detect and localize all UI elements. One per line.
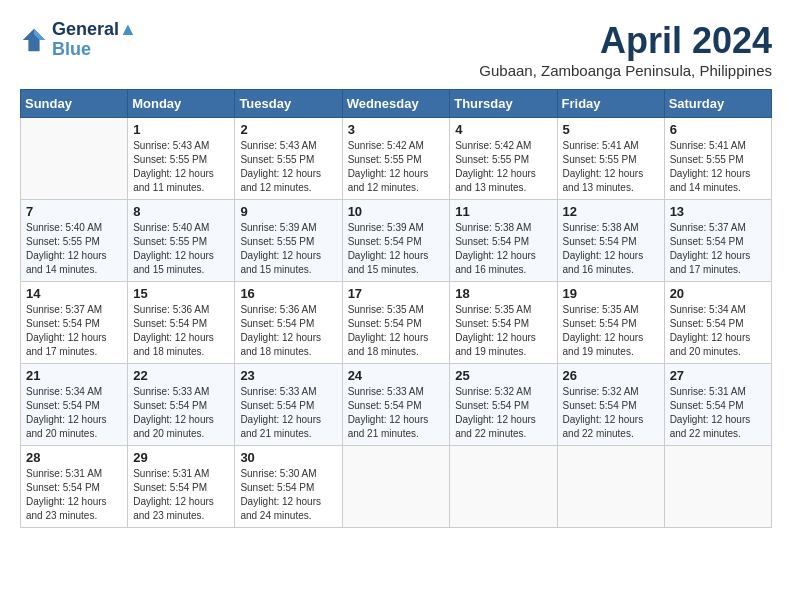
day-info: Sunrise: 5:41 AMSunset: 5:55 PMDaylight:… (563, 139, 659, 195)
day-number: 30 (240, 450, 336, 465)
day-number: 1 (133, 122, 229, 137)
day-number: 25 (455, 368, 551, 383)
day-info: Sunrise: 5:35 AMSunset: 5:54 PMDaylight:… (348, 303, 445, 359)
calendar-cell: 28Sunrise: 5:31 AMSunset: 5:54 PMDayligh… (21, 446, 128, 528)
day-info: Sunrise: 5:42 AMSunset: 5:55 PMDaylight:… (455, 139, 551, 195)
calendar-cell (21, 118, 128, 200)
day-number: 28 (26, 450, 122, 465)
day-number: 19 (563, 286, 659, 301)
day-number: 13 (670, 204, 766, 219)
calendar-cell: 15Sunrise: 5:36 AMSunset: 5:54 PMDayligh… (128, 282, 235, 364)
day-info: Sunrise: 5:39 AMSunset: 5:55 PMDaylight:… (240, 221, 336, 277)
day-number: 11 (455, 204, 551, 219)
logo-text: General▲ Blue (52, 20, 137, 60)
day-info: Sunrise: 5:37 AMSunset: 5:54 PMDaylight:… (26, 303, 122, 359)
calendar-body: 1Sunrise: 5:43 AMSunset: 5:55 PMDaylight… (21, 118, 772, 528)
weekday-header-monday: Monday (128, 90, 235, 118)
calendar-cell: 8Sunrise: 5:40 AMSunset: 5:55 PMDaylight… (128, 200, 235, 282)
day-number: 22 (133, 368, 229, 383)
calendar-cell (342, 446, 450, 528)
location-subtitle: Gubaan, Zamboanga Peninsula, Philippines (479, 62, 772, 79)
calendar-cell: 16Sunrise: 5:36 AMSunset: 5:54 PMDayligh… (235, 282, 342, 364)
calendar-cell: 17Sunrise: 5:35 AMSunset: 5:54 PMDayligh… (342, 282, 450, 364)
calendar-cell: 21Sunrise: 5:34 AMSunset: 5:54 PMDayligh… (21, 364, 128, 446)
calendar-cell: 23Sunrise: 5:33 AMSunset: 5:54 PMDayligh… (235, 364, 342, 446)
calendar-cell: 11Sunrise: 5:38 AMSunset: 5:54 PMDayligh… (450, 200, 557, 282)
day-info: Sunrise: 5:34 AMSunset: 5:54 PMDaylight:… (670, 303, 766, 359)
day-info: Sunrise: 5:43 AMSunset: 5:55 PMDaylight:… (240, 139, 336, 195)
day-info: Sunrise: 5:35 AMSunset: 5:54 PMDaylight:… (563, 303, 659, 359)
day-number: 2 (240, 122, 336, 137)
calendar-cell: 18Sunrise: 5:35 AMSunset: 5:54 PMDayligh… (450, 282, 557, 364)
weekday-header-thursday: Thursday (450, 90, 557, 118)
weekday-header-saturday: Saturday (664, 90, 771, 118)
day-info: Sunrise: 5:41 AMSunset: 5:55 PMDaylight:… (670, 139, 766, 195)
weekday-header-friday: Friday (557, 90, 664, 118)
calendar-cell: 12Sunrise: 5:38 AMSunset: 5:54 PMDayligh… (557, 200, 664, 282)
day-number: 27 (670, 368, 766, 383)
day-number: 7 (26, 204, 122, 219)
calendar-cell: 26Sunrise: 5:32 AMSunset: 5:54 PMDayligh… (557, 364, 664, 446)
calendar-cell: 27Sunrise: 5:31 AMSunset: 5:54 PMDayligh… (664, 364, 771, 446)
day-number: 17 (348, 286, 445, 301)
day-number: 21 (26, 368, 122, 383)
calendar-week-row: 21Sunrise: 5:34 AMSunset: 5:54 PMDayligh… (21, 364, 772, 446)
day-number: 8 (133, 204, 229, 219)
day-info: Sunrise: 5:32 AMSunset: 5:54 PMDaylight:… (563, 385, 659, 441)
calendar-week-row: 7Sunrise: 5:40 AMSunset: 5:55 PMDaylight… (21, 200, 772, 282)
day-number: 14 (26, 286, 122, 301)
day-number: 18 (455, 286, 551, 301)
calendar-cell: 20Sunrise: 5:34 AMSunset: 5:54 PMDayligh… (664, 282, 771, 364)
calendar-week-row: 1Sunrise: 5:43 AMSunset: 5:55 PMDaylight… (21, 118, 772, 200)
calendar-table: SundayMondayTuesdayWednesdayThursdayFrid… (20, 89, 772, 528)
day-info: Sunrise: 5:35 AMSunset: 5:54 PMDaylight:… (455, 303, 551, 359)
calendar-cell: 24Sunrise: 5:33 AMSunset: 5:54 PMDayligh… (342, 364, 450, 446)
calendar-cell: 5Sunrise: 5:41 AMSunset: 5:55 PMDaylight… (557, 118, 664, 200)
day-info: Sunrise: 5:36 AMSunset: 5:54 PMDaylight:… (133, 303, 229, 359)
day-info: Sunrise: 5:40 AMSunset: 5:55 PMDaylight:… (26, 221, 122, 277)
calendar-cell: 13Sunrise: 5:37 AMSunset: 5:54 PMDayligh… (664, 200, 771, 282)
calendar-cell (557, 446, 664, 528)
calendar-cell: 10Sunrise: 5:39 AMSunset: 5:54 PMDayligh… (342, 200, 450, 282)
day-number: 20 (670, 286, 766, 301)
day-info: Sunrise: 5:33 AMSunset: 5:54 PMDaylight:… (348, 385, 445, 441)
logo-icon (20, 26, 48, 54)
calendar-cell: 30Sunrise: 5:30 AMSunset: 5:54 PMDayligh… (235, 446, 342, 528)
day-info: Sunrise: 5:30 AMSunset: 5:54 PMDaylight:… (240, 467, 336, 523)
calendar-cell (450, 446, 557, 528)
calendar-cell: 19Sunrise: 5:35 AMSunset: 5:54 PMDayligh… (557, 282, 664, 364)
day-info: Sunrise: 5:31 AMSunset: 5:54 PMDaylight:… (26, 467, 122, 523)
day-number: 15 (133, 286, 229, 301)
calendar-week-row: 14Sunrise: 5:37 AMSunset: 5:54 PMDayligh… (21, 282, 772, 364)
calendar-cell: 6Sunrise: 5:41 AMSunset: 5:55 PMDaylight… (664, 118, 771, 200)
day-info: Sunrise: 5:34 AMSunset: 5:54 PMDaylight:… (26, 385, 122, 441)
day-number: 24 (348, 368, 445, 383)
calendar-cell (664, 446, 771, 528)
day-info: Sunrise: 5:31 AMSunset: 5:54 PMDaylight:… (133, 467, 229, 523)
calendar-cell: 1Sunrise: 5:43 AMSunset: 5:55 PMDaylight… (128, 118, 235, 200)
day-info: Sunrise: 5:36 AMSunset: 5:54 PMDaylight:… (240, 303, 336, 359)
weekday-header-sunday: Sunday (21, 90, 128, 118)
day-number: 6 (670, 122, 766, 137)
day-info: Sunrise: 5:43 AMSunset: 5:55 PMDaylight:… (133, 139, 229, 195)
day-info: Sunrise: 5:33 AMSunset: 5:54 PMDaylight:… (240, 385, 336, 441)
calendar-week-row: 28Sunrise: 5:31 AMSunset: 5:54 PMDayligh… (21, 446, 772, 528)
calendar-cell: 25Sunrise: 5:32 AMSunset: 5:54 PMDayligh… (450, 364, 557, 446)
page-header: General▲ Blue April 2024 Gubaan, Zamboan… (20, 20, 772, 79)
calendar-cell: 3Sunrise: 5:42 AMSunset: 5:55 PMDaylight… (342, 118, 450, 200)
day-number: 9 (240, 204, 336, 219)
day-number: 5 (563, 122, 659, 137)
day-info: Sunrise: 5:37 AMSunset: 5:54 PMDaylight:… (670, 221, 766, 277)
day-info: Sunrise: 5:42 AMSunset: 5:55 PMDaylight:… (348, 139, 445, 195)
calendar-cell: 22Sunrise: 5:33 AMSunset: 5:54 PMDayligh… (128, 364, 235, 446)
day-number: 3 (348, 122, 445, 137)
day-number: 29 (133, 450, 229, 465)
calendar-cell: 29Sunrise: 5:31 AMSunset: 5:54 PMDayligh… (128, 446, 235, 528)
calendar-cell: 14Sunrise: 5:37 AMSunset: 5:54 PMDayligh… (21, 282, 128, 364)
day-info: Sunrise: 5:40 AMSunset: 5:55 PMDaylight:… (133, 221, 229, 277)
day-info: Sunrise: 5:32 AMSunset: 5:54 PMDaylight:… (455, 385, 551, 441)
calendar-cell: 7Sunrise: 5:40 AMSunset: 5:55 PMDaylight… (21, 200, 128, 282)
month-title: April 2024 (479, 20, 772, 62)
weekday-header-tuesday: Tuesday (235, 90, 342, 118)
day-number: 26 (563, 368, 659, 383)
